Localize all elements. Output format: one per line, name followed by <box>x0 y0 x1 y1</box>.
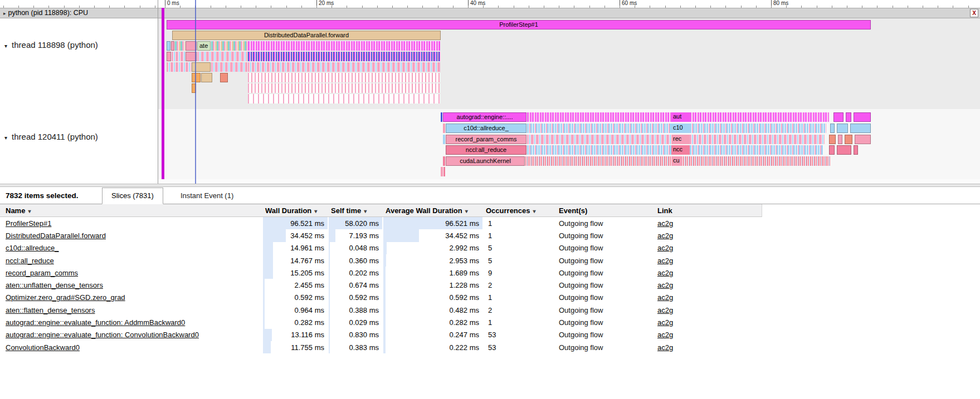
slice-cluster[interactable] <box>527 124 671 133</box>
table-row[interactable]: aten::unflatten_dense_tensors 2.455 ms 0… <box>0 279 762 291</box>
slice-cluster[interactable] <box>527 135 671 144</box>
slice-name-link[interactable]: nccl:all_reduce <box>6 257 54 265</box>
slice-name-link[interactable]: autograd::engine::evaluate_function: Con… <box>6 331 199 339</box>
column-header-self-time[interactable]: Self time▾ <box>329 206 383 215</box>
slice-small[interactable] <box>441 167 443 176</box>
expander-arrow-icon[interactable]: ▸ <box>3 11 6 16</box>
table-row[interactable]: Optimizer.zero_grad#SGD.zero_grad 0.592 … <box>0 292 762 304</box>
slice-cluster[interactable] <box>167 62 191 72</box>
slice-cluster[interactable] <box>248 41 440 51</box>
close-process-button[interactable]: X <box>970 9 978 17</box>
collapse-arrow-icon[interactable]: ▾ <box>4 135 7 141</box>
slice-cluster[interactable] <box>527 145 671 155</box>
slice-c10d-allreduce[interactable]: c10d::allreduce_ <box>446 124 526 133</box>
slice-cluster[interactable] <box>211 62 247 72</box>
slice-name-link[interactable]: Optimizer.zero_grad#SGD.zero_grad <box>6 293 125 302</box>
slice-small[interactable] <box>443 156 445 166</box>
slice-c10d-clipped[interactable]: c10 <box>671 124 690 133</box>
slice-small[interactable] <box>829 135 836 144</box>
slice-small[interactable] <box>845 135 852 144</box>
slice-profilerstep1[interactable]: ProfilerStep#1 <box>167 20 871 29</box>
table-row[interactable]: autograd::engine::evaluate_function: Add… <box>0 316 762 328</box>
slice-name-link[interactable]: DistributedDataParallel.forward <box>6 231 106 240</box>
slice-small[interactable] <box>837 145 851 155</box>
slice-small[interactable] <box>846 112 851 122</box>
tab-instant-event[interactable]: Instant Event (1) <box>171 188 243 204</box>
slice-cuda-launch-kernel[interactable]: cudaLaunchKernel <box>446 156 525 166</box>
thread-row-120411[interactable]: ▾thread 120411 (python) <box>4 132 98 141</box>
table-row[interactable]: c10d::allreduce_ 14.961 ms 0.048 ms 2.99… <box>0 242 762 254</box>
ac2g-link[interactable]: ac2g <box>657 257 673 265</box>
slice-small[interactable] <box>220 73 228 82</box>
slice-name-link[interactable]: record_param_comms <box>6 269 78 277</box>
table-row[interactable]: record_param_comms 15.205 ms 0.202 ms 1.… <box>0 267 762 279</box>
table-row[interactable]: aten::flatten_dense_tensors 0.964 ms 0.3… <box>0 304 762 316</box>
slice-small[interactable] <box>443 124 445 133</box>
slice-small[interactable] <box>850 124 871 133</box>
slice-cluster[interactable] <box>248 52 440 61</box>
slice-cluster[interactable] <box>525 156 671 166</box>
table-row[interactable]: ProfilerStep#1 96.521 ms 58.020 ms 96.52… <box>0 217 762 229</box>
column-header-occurrences[interactable]: Occurrences▾ <box>484 206 554 215</box>
slice-small[interactable] <box>854 145 858 155</box>
ac2g-link[interactable]: ac2g <box>657 331 673 339</box>
slice-cluster[interactable] <box>690 135 825 144</box>
ac2g-link[interactable]: ac2g <box>657 269 673 277</box>
table-row[interactable]: nccl:all_reduce 14.767 ms 0.360 ms 2.953… <box>0 254 762 267</box>
slice-name-link[interactable]: c10d::allreduce_ <box>6 244 58 252</box>
thread-row-118898[interactable]: ▾thread 118898 (python) <box>4 40 98 50</box>
slice-small[interactable] <box>829 145 835 155</box>
slice-small[interactable] <box>167 41 170 51</box>
sort-arrow-icon[interactable]: ▾ <box>364 208 367 214</box>
slice-small[interactable] <box>838 135 842 144</box>
time-ruler[interactable]: 0 ms 20 ms 40 ms 60 ms 80 ms <box>0 0 980 8</box>
column-header-wall-duration[interactable]: Wall Duration▾ <box>263 206 329 215</box>
slice-autograd-engine[interactable]: autograd::engine::.... <box>443 112 526 122</box>
ac2g-link[interactable]: ac2g <box>657 343 673 352</box>
slice-autograd-engine-clipped[interactable]: aut <box>671 112 690 122</box>
table-row[interactable]: ConvolutionBackward0 11.755 ms 0.383 ms … <box>0 341 762 353</box>
slice-small[interactable] <box>855 135 871 144</box>
slice-cluster[interactable] <box>248 83 440 93</box>
slice-small[interactable] <box>441 112 442 122</box>
slice-name-link[interactable]: aten::flatten_dense_tensors <box>6 306 95 314</box>
table-row[interactable]: DistributedDataParallel.forward 34.452 m… <box>0 229 762 242</box>
column-header-name[interactable]: Name▾ <box>0 206 263 215</box>
slice-small[interactable] <box>171 41 174 51</box>
slice-cluster[interactable] <box>248 73 440 82</box>
slice-name-link[interactable]: aten::unflatten_dense_tensors <box>6 281 103 289</box>
slice-cluster[interactable] <box>175 41 185 51</box>
ac2g-link[interactable]: ac2g <box>657 244 673 252</box>
slice-cluster[interactable] <box>248 62 440 72</box>
table-row[interactable]: autograd::engine::evaluate_function: Con… <box>0 329 762 341</box>
slice-small[interactable] <box>830 124 835 133</box>
ac2g-link[interactable]: ac2g <box>657 306 673 314</box>
slice-small[interactable] <box>201 73 212 82</box>
slice-cluster[interactable] <box>248 94 440 104</box>
slice-name-link[interactable]: ProfilerStep#1 <box>6 219 51 228</box>
sort-arrow-icon[interactable]: ▾ <box>465 208 468 214</box>
slice-small[interactable] <box>443 167 445 176</box>
process-header[interactable]: ▸python (pid 118898): CPU X <box>0 8 980 18</box>
slice-small[interactable] <box>167 52 171 61</box>
slice-cluster[interactable] <box>172 52 185 61</box>
ac2g-link[interactable]: ac2g <box>657 281 673 289</box>
slice-nccl-all-reduce[interactable]: nccl:all_reduce <box>446 145 526 155</box>
slice-cluster[interactable] <box>690 145 823 155</box>
slice-cluster[interactable] <box>197 52 247 61</box>
slice-cluster[interactable] <box>527 112 671 122</box>
ac2g-link[interactable]: ac2g <box>657 318 673 327</box>
slice-nccl-clipped[interactable]: ncc <box>671 145 690 155</box>
slice-small[interactable] <box>443 135 445 144</box>
slice-cluster[interactable] <box>690 124 826 133</box>
tab-slices[interactable]: Slices (7831) <box>102 188 163 204</box>
slice-name-link[interactable]: ConvolutionBackward0 <box>6 343 80 352</box>
ac2g-link[interactable]: ac2g <box>657 219 673 228</box>
sort-arrow-icon[interactable]: ▾ <box>533 208 536 214</box>
slice-small[interactable] <box>192 73 201 82</box>
slice-small[interactable] <box>854 112 871 122</box>
slice-record-clipped[interactable]: rec <box>671 135 690 144</box>
sort-arrow-icon[interactable]: ▾ <box>314 208 317 214</box>
slice-ddp-forward[interactable]: DistributedDataParallel.forward <box>172 31 441 40</box>
slice-cluster[interactable] <box>683 156 830 166</box>
